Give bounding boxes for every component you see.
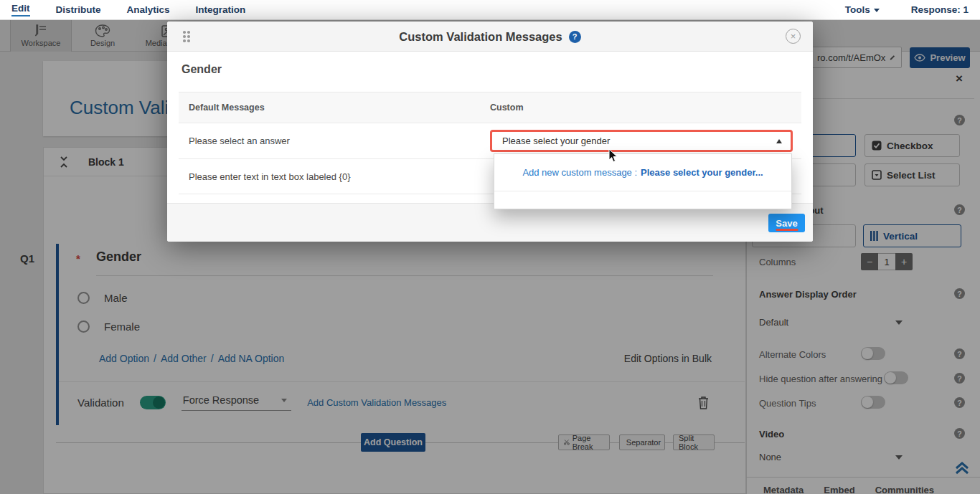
custom-message-dropdown-panel: Add new custom message : Please select y…	[494, 153, 792, 209]
add-new-custom-message-option[interactable]: Add new custom message : Please select y…	[494, 154, 791, 191]
response-count[interactable]: Response: 1	[911, 4, 969, 15]
nav-tab-integration[interactable]: Integration	[196, 4, 246, 15]
close-modal-icon[interactable]: ×	[786, 29, 801, 44]
top-nav: Edit Distribute Analytics Integration To…	[0, 0, 980, 20]
column-header-custom: Custom	[487, 103, 801, 113]
save-button[interactable]: Save	[768, 214, 805, 232]
save-button-accent-bar	[776, 229, 798, 231]
suggested-custom-message: Please select your gender...	[641, 167, 763, 178]
default-message-cell: Please select an answer	[179, 136, 487, 146]
modal-title: Custom Validation Messages	[399, 30, 562, 44]
help-icon[interactable]: ?	[569, 31, 581, 43]
column-header-default: Default Messages	[179, 103, 487, 113]
dropdown-empty-row[interactable]	[494, 191, 791, 209]
modal-header: Custom Validation Messages ? ×	[167, 22, 813, 52]
custom-message-value: Please select your gender	[502, 136, 610, 146]
tools-menu[interactable]: Tools	[845, 4, 880, 15]
app-screen: Edit Distribute Analytics Integration To…	[0, 0, 980, 494]
tools-label: Tools	[845, 4, 870, 15]
chevron-down-icon	[874, 9, 880, 12]
chevron-up-icon	[776, 139, 782, 143]
default-message-cell: Please enter text in text box labeled {0…	[179, 171, 487, 182]
nav-tab-distribute[interactable]: Distribute	[56, 4, 101, 15]
save-label: Save	[776, 218, 797, 229]
modal-question-name: Gender	[182, 63, 222, 76]
table-header-row: Default Messages Custom	[179, 92, 801, 123]
custom-message-select[interactable]: Please select your gender	[490, 130, 793, 152]
nav-tab-edit[interactable]: Edit	[11, 3, 30, 16]
mouse-cursor	[608, 148, 618, 163]
add-new-custom-message-prefix: Add new custom message :	[522, 167, 637, 178]
nav-tab-analytics[interactable]: Analytics	[127, 4, 170, 15]
